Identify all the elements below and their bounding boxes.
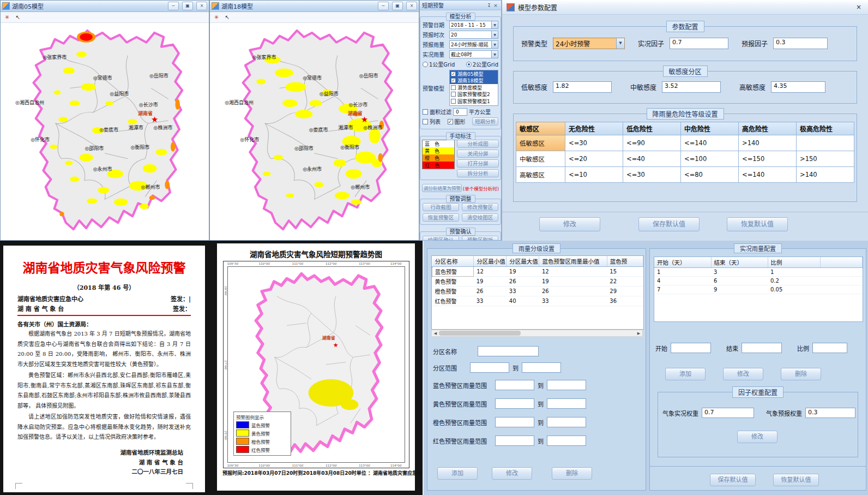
model-listbox[interactable]: ✓湖南05模型 ✓湖南18模型 潜势度模型 国家预警模型2 国家预警模型1 xyxy=(449,70,498,106)
table-cell[interactable]: 3 xyxy=(711,268,768,277)
forecast-factor-input[interactable]: 0.3 xyxy=(773,38,828,49)
table-cell[interactable]: 7 xyxy=(654,285,711,294)
red-range-max-input[interactable] xyxy=(547,436,586,446)
table-cell[interactable]: 19 xyxy=(474,277,507,287)
save-default-button[interactable]: 保存默认值 xyxy=(638,217,700,231)
column-header[interactable]: 蓝色预警区雨量最小值 xyxy=(539,256,607,267)
cursor-icon[interactable]: ↖ xyxy=(14,13,22,21)
result-to-warning-button[interactable]: 调分析结果为预警区 xyxy=(422,184,462,192)
chevron-down-icon[interactable]: ▼ xyxy=(491,31,498,38)
column-header[interactable]: 分区最大值 xyxy=(507,256,539,267)
window-titlebar[interactable]: 湖南18模型 ─ ▣ × xyxy=(210,1,419,12)
column-header[interactable]: 结束（天） xyxy=(711,257,768,268)
scroll-left-icon[interactable]: ◀ xyxy=(432,331,439,336)
checkbox-unchecked[interactable] xyxy=(451,99,456,104)
column-header[interactable] xyxy=(820,257,863,268)
table-row[interactable]: 1 3 1 xyxy=(654,268,863,277)
table-cell[interactable]: <=140 xyxy=(681,135,739,151)
factor-modify-button[interactable]: 修改 xyxy=(737,431,777,443)
table-cell[interactable]: <=100 xyxy=(681,151,739,167)
model-item[interactable]: 潜势度模型 xyxy=(450,84,498,91)
zone-range-min-input[interactable] xyxy=(470,362,509,373)
table-cell[interactable]: >150 xyxy=(797,151,854,167)
table-cell[interactable]: 33 xyxy=(507,287,539,296)
close-icon[interactable]: × xyxy=(854,3,864,11)
close-icon[interactable]: × xyxy=(492,3,499,8)
scroll-right-icon[interactable]: ▶ xyxy=(635,331,642,336)
red-range-min-input[interactable] xyxy=(495,436,534,446)
split-analysis-button[interactable]: 拆分分析 xyxy=(457,169,499,177)
model-item[interactable]: ✓湖南18模型 xyxy=(450,77,498,85)
column-header[interactable]: 极高危险性 xyxy=(797,122,854,135)
minimize-button[interactable]: ─ xyxy=(168,2,179,10)
forecast-rain-combo[interactable]: 24小时预报-顺延▼ xyxy=(449,40,498,49)
column-header[interactable]: 分区最小值 xyxy=(474,256,507,267)
table-cell[interactable]: <=80 xyxy=(681,167,739,183)
color-row-yellow[interactable]: 黄 色 xyxy=(423,147,454,154)
table-cell[interactable]: 低敏感区 xyxy=(516,135,565,151)
checkbox-unchecked[interactable] xyxy=(451,92,456,97)
modify-warning-area-button[interactable]: 修改预警区 xyxy=(462,203,498,211)
zone-range-max-input[interactable] xyxy=(522,362,561,373)
color-level-list[interactable]: 蓝 色 黄 色 橙 色 红 色 xyxy=(422,140,455,169)
window-titlebar[interactable]: 湖南05模型 ─ ▣ × xyxy=(1,1,209,12)
table-cell[interactable]: 中敏感区 xyxy=(516,151,565,167)
table-cell[interactable]: <=40 xyxy=(623,151,681,167)
draw-area-confirm-button[interactable]: 绘图区确认 xyxy=(423,236,459,241)
chevron-down-icon[interactable]: ▼ xyxy=(616,38,624,49)
table-cell[interactable]: 26 xyxy=(507,277,539,287)
table-cell[interactable]: 0.05 xyxy=(768,285,820,294)
table-row[interactable]: 低敏感区 <=30 <=90 <=140 >140 xyxy=(516,135,854,151)
table-cell[interactable]: 26 xyxy=(474,287,507,296)
column-header[interactable]: 蓝色预 xyxy=(607,256,643,267)
horizontal-scrollbar[interactable]: ◀ ▶ xyxy=(431,330,643,337)
zone-name-input[interactable] xyxy=(478,346,539,356)
start-input[interactable] xyxy=(671,343,711,353)
table-cell[interactable]: 33 xyxy=(539,296,607,306)
warning-date-combo[interactable]: 2018 - 11 - 15▼ xyxy=(449,21,498,29)
column-header[interactable]: 中危险性 xyxy=(681,122,739,135)
rain-grading-table-wrap[interactable]: 分区名称 分区最小值 分区最大值 蓝色预警区雨量最小值 蓝色预 蓝色预警 12 … xyxy=(431,255,644,330)
table-cell[interactable]: 33 xyxy=(474,296,507,306)
model-item[interactable]: 国家预警模型2 xyxy=(450,91,498,98)
yellow-range-max-input[interactable] xyxy=(547,398,586,409)
analyze-to-image-button[interactable]: 分析成图 xyxy=(457,140,499,148)
table-cell[interactable] xyxy=(820,277,863,285)
delete-button[interactable]: 删除 xyxy=(781,368,821,380)
table-cell[interactable]: 29 xyxy=(607,287,643,296)
table-row[interactable]: 中敏感区 <=20 <=40 <=100 <=150 >150 xyxy=(516,151,854,167)
table-row[interactable]: 蓝色预警 12 19 12 15 xyxy=(432,267,643,277)
restore-button[interactable]: ▣ xyxy=(392,2,403,10)
table-cell[interactable]: <=30 xyxy=(623,167,681,183)
pin-icon[interactable]: ↧ xyxy=(486,3,492,8)
checkbox-unchecked[interactable] xyxy=(451,85,456,90)
table-row[interactable]: 7 9 0.05 xyxy=(654,285,863,294)
table-cell[interactable]: 红色预警 xyxy=(432,296,474,306)
table-cell[interactable]: 36 xyxy=(607,296,643,306)
high-sensitivity-input[interactable]: 4.35 xyxy=(771,81,825,93)
admin-snapshot-button[interactable]: 行政截图 xyxy=(423,203,459,211)
modify-button[interactable]: 修改 xyxy=(539,217,600,231)
map-canvas-hunan18[interactable]: ◎张家界市 ◎常德市 ◎岳阳市 ◎湘西自治州 ◎益阳市 ◎长沙市 湖南省 ★ ◎… xyxy=(210,23,419,240)
dialog-titlebar[interactable]: 模型参数配置 × xyxy=(502,0,868,15)
table-cell[interactable]: 蓝色预警 xyxy=(432,267,474,277)
column-header[interactable]: 分区名称 xyxy=(432,256,474,267)
table-cell[interactable]: 19 xyxy=(507,267,539,277)
low-sensitivity-input[interactable]: 1.82 xyxy=(553,81,612,93)
table-row[interactable]: 红色预警 33 40 33 36 xyxy=(432,296,643,306)
split-view-icon[interactable]: ✳ xyxy=(212,13,221,21)
minimize-button[interactable]: ─ xyxy=(378,2,389,10)
ratio-input[interactable] xyxy=(812,343,847,353)
table-cell[interactable]: <=20 xyxy=(565,151,623,167)
table-cell[interactable]: <=140 xyxy=(739,167,797,183)
warning-document-viewer[interactable]: 湖南省地质灾害气象风险预警 （2018 年第 46 号） 湖南省地质灾害应急中心… xyxy=(0,241,209,495)
close-split-button[interactable]: 关闭分屏 xyxy=(457,150,499,158)
map-canvas-hunan05[interactable]: ◎张家界市 ◎常德市 ◎岳阳市 ◎湘西自治州 ◎益阳市 ◎长沙市 湖南省 ★ ◎… xyxy=(1,23,209,240)
model-item[interactable]: ✓湖南05模型 xyxy=(450,70,498,77)
table-cell[interactable]: 15 xyxy=(607,267,643,277)
model-item[interactable]: 国家预警模型1 xyxy=(450,98,498,105)
modify-button[interactable]: 修改 xyxy=(492,467,532,480)
panel-header[interactable]: 短期预警 ↧ × xyxy=(420,1,501,10)
table-cell[interactable]: >140 xyxy=(739,135,797,151)
table-cell[interactable]: 9 xyxy=(711,285,768,294)
